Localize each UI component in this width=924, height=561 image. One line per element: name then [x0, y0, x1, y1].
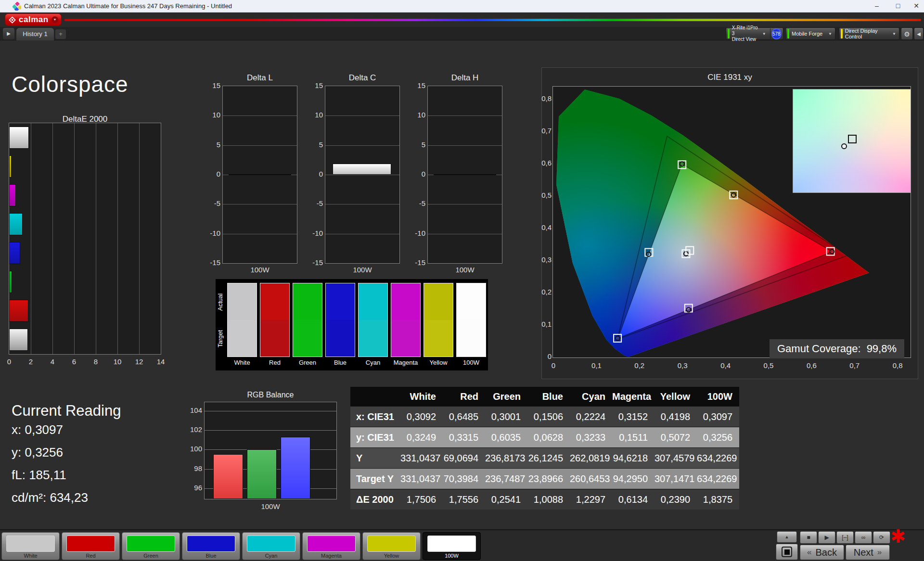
delta-y-tick: 10 [308, 111, 323, 119]
patch-button-cyan[interactable]: Cyan [242, 532, 300, 560]
patch-button-white[interactable]: White [1, 532, 60, 560]
delta-chart-title: Delta L [222, 73, 297, 83]
deltae-bar-red [9, 300, 28, 322]
white-point-zoom-inset [793, 89, 911, 193]
cie-y-tick: 0,8 [538, 94, 552, 102]
table-row: x: CIE310,30920,64850,30010,15060,22240,… [350, 406, 739, 427]
rgb-bar-green [247, 449, 277, 499]
display-control-button[interactable]: Direct Display Control ▼ [839, 27, 899, 40]
next-button[interactable]: Next » [846, 545, 890, 560]
deltae-x-tick: 14 [154, 357, 168, 366]
collapse-panel-button[interactable]: ◀ [914, 27, 924, 40]
table-value-cell: 1,7556 [443, 489, 485, 510]
next-chevrons-icon: » [877, 548, 882, 557]
stop-measure-button[interactable] [776, 544, 798, 560]
settings-button[interactable]: ⚙ [901, 27, 913, 40]
stop-icon: ■ [807, 534, 810, 541]
table-value-cell: 0,2390 [654, 489, 697, 510]
table-value-cell: 0,6035 [485, 427, 527, 447]
deltae-bar-yellow [9, 155, 12, 178]
table-row-label: ΔE 2000 [350, 489, 400, 510]
interval-button[interactable]: [–] [836, 531, 854, 544]
table-value-cell: 307,4579 [654, 448, 697, 468]
deltae-bar-green [9, 271, 12, 293]
patch-button-yellow[interactable]: Yellow [362, 532, 421, 560]
table-value-cell: 236,7487 [485, 469, 527, 489]
sidebar-expander-button[interactable]: ▶ [3, 28, 14, 39]
delta-gridline [223, 115, 297, 116]
pattern-source-button[interactable]: Mobile Forge ▼ [785, 27, 835, 40]
delta-y-tick: -15 [206, 258, 220, 267]
rgb-balance-chart [204, 402, 337, 499]
delta-h-chart [427, 86, 502, 264]
delta-y-tick: 15 [411, 81, 425, 89]
delta-chart-title: Delta C [325, 73, 400, 83]
stop-square-icon [782, 547, 792, 557]
delta-chart-title: Delta H [427, 73, 502, 83]
add-tab-button[interactable]: + [55, 29, 66, 39]
tab-history-1[interactable]: History 1 [16, 28, 54, 40]
deltae-gridline [117, 123, 118, 354]
deltae-x-axis: 02468101214 [9, 357, 166, 366]
interval-icon: [–] [842, 534, 848, 541]
swatch-actual [293, 283, 322, 320]
white-target-marker [848, 135, 857, 143]
color-patch [187, 536, 235, 552]
delta-y-tick: -15 [308, 258, 323, 267]
table-value-cell: 307,1471 [654, 469, 697, 489]
chevron-down-icon: ▼ [762, 32, 766, 36]
calman-menu-button[interactable]: calman ▼ [5, 13, 62, 26]
delta-c-chart [325, 86, 400, 264]
stop-button[interactable]: ■ [800, 531, 817, 544]
swatch-target [424, 320, 453, 357]
table-value-cell: 94,6218 [612, 448, 654, 468]
display-control-label: Direct Display Control [845, 28, 892, 39]
deltae-bar-blue [9, 242, 20, 264]
refresh-icon: ⟳ [879, 534, 884, 541]
cie-x-tick: 0,8 [890, 361, 905, 370]
minimize-button[interactable]: – [866, 0, 887, 12]
deltae-x-tick: 4 [45, 357, 60, 366]
table-value-cell: 634,2269 [697, 448, 739, 468]
swatch-actual [326, 283, 355, 320]
patch-button-red[interactable]: Red [62, 532, 120, 560]
divider [770, 28, 770, 39]
continuous-button[interactable]: ∞ [855, 531, 872, 544]
swatch-target [457, 320, 486, 357]
back-button[interactable]: « Back [800, 545, 844, 560]
cie-y-tick: 0,5 [538, 191, 552, 199]
patch-button-magenta[interactable]: Magenta [302, 532, 360, 560]
delta-gridline [223, 204, 297, 204]
play-button[interactable]: ▶ [818, 531, 835, 544]
current-reading-title: Current Reading [12, 402, 121, 420]
gamut-coverage-label: Gamut Coverage: [777, 343, 861, 355]
swatch-label: Blue [325, 359, 355, 366]
swatch-100w [456, 283, 486, 357]
delta-value-bar [333, 164, 391, 175]
chevron-down-icon: ▼ [892, 32, 896, 36]
patch-button-100w[interactable]: 100W [423, 532, 481, 560]
eject-button[interactable]: ▲ [777, 531, 797, 543]
deltae-x-tick: 6 [67, 357, 81, 366]
table-value-cell: 69,0694 [443, 448, 485, 468]
table-value-cell: 23,8966 [527, 469, 570, 489]
delta-y-tick: 0 [308, 170, 323, 178]
swatch-blue [325, 283, 355, 357]
rgb-bar-red [213, 454, 243, 499]
swatch-target [391, 320, 420, 357]
refresh-button[interactable]: ⟳ [873, 531, 890, 544]
cie-measured-circle-cyan [646, 252, 651, 256]
meter-count-badge[interactable]: 578 [771, 28, 782, 39]
delta-gridline [428, 204, 502, 204]
table-row-label: Y [350, 448, 400, 468]
patch-button-green[interactable]: Green [122, 532, 180, 560]
patch-button-blue[interactable]: Blue [182, 532, 240, 560]
delta-y-tick: 5 [206, 140, 220, 149]
swatch-actual [457, 283, 486, 320]
actual-target-swatch-panel: Actual Target WhiteRedGreenBlueCyanMagen… [216, 279, 488, 370]
close-button[interactable]: ✕ [906, 0, 924, 12]
swatch-label: Yellow [424, 359, 453, 366]
meter-selector-button[interactable]: X-Rite i1Pro 3 Direct View ▼ 578 [726, 27, 783, 40]
cie-y-tick: 0,1 [538, 320, 552, 328]
table-row-label: x: CIE31 [350, 407, 400, 427]
